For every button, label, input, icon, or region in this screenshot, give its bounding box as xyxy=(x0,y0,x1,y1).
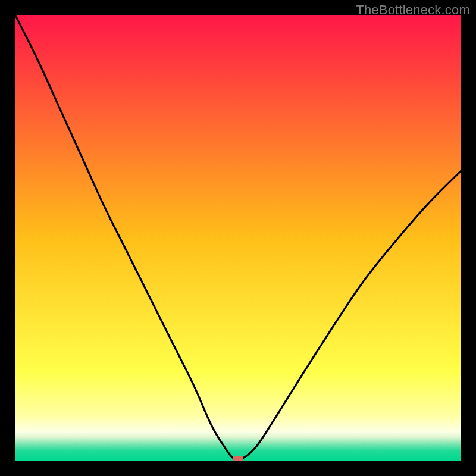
chart-svg xyxy=(15,15,461,461)
minimum-marker xyxy=(233,456,243,461)
plot-area xyxy=(15,15,461,461)
gradient-background xyxy=(15,15,461,461)
chart-stage: TheBottleneck.com xyxy=(0,0,476,476)
